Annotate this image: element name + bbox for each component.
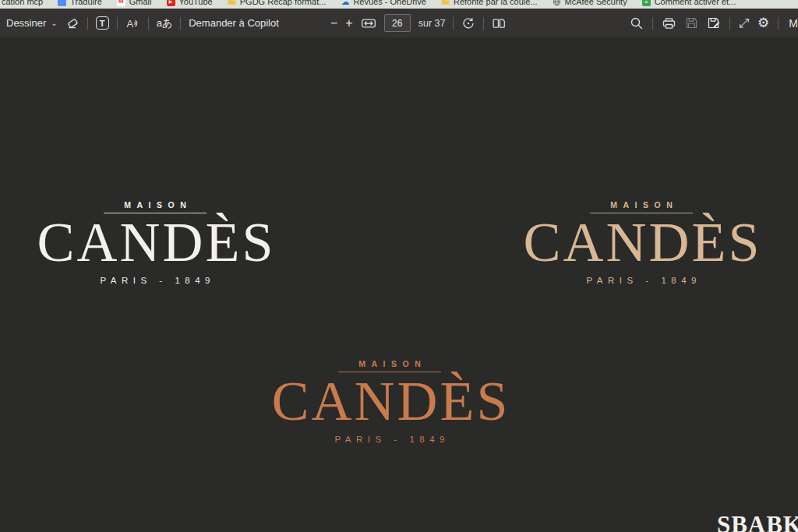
- onedrive-icon: ☁: [341, 0, 349, 6]
- green-doc-icon: ≡: [642, 0, 651, 6]
- save-as-button[interactable]: [707, 16, 721, 30]
- more-options-label: M: [789, 17, 798, 30]
- logo-bottom-word: PARIS - 1849: [500, 276, 782, 285]
- folder-icon: [228, 0, 236, 6]
- logo-variant-white: MAISON CANDÈS PARIS - 1849: [14, 200, 296, 285]
- logo-top-word: MAISON: [14, 200, 296, 210]
- ask-copilot-label: Demander à Copilot: [189, 17, 279, 29]
- toolbar-separator: [87, 17, 88, 30]
- svg-text:A: A: [126, 17, 133, 29]
- save-button[interactable]: [685, 16, 698, 30]
- bookmark-label: McAfee Security: [565, 0, 627, 6]
- logo-variant-tan: MAISON CANDÈS PARIS - 1849: [500, 200, 782, 285]
- search-icon: [630, 16, 644, 30]
- search-button[interactable]: [630, 16, 644, 30]
- toolbar-separator: [778, 17, 779, 30]
- logo-bottom-word: PARIS - 1849: [14, 276, 296, 285]
- rotate-button[interactable]: [461, 16, 475, 30]
- draw-menu-button[interactable]: Dessiner ⌄: [6, 17, 58, 29]
- bookmark-label: cation mcp: [2, 0, 43, 6]
- globe-icon: [553, 0, 561, 6]
- settings-button[interactable]: ⚙: [757, 16, 769, 30]
- ask-copilot-button[interactable]: Demander à Copilot: [189, 17, 279, 29]
- fit-to-width-button[interactable]: [361, 16, 376, 30]
- save-as-icon: [707, 16, 721, 30]
- gear-icon: ⚙: [757, 16, 769, 30]
- bookmark-label: Gmail: [129, 0, 152, 6]
- page-view-icon: [492, 16, 507, 30]
- print-button[interactable]: [662, 16, 676, 30]
- gmail-icon: M: [117, 0, 125, 6]
- toolbar-separator: [180, 17, 181, 30]
- fullscreen-icon: ⤢: [739, 17, 749, 30]
- pdf-page: MAISON CANDÈS PARIS - 1849 MAISON CANDÈS…: [0, 37, 798, 532]
- logo-top-word: MAISON: [500, 200, 782, 210]
- bookmark-label: PGDG Recap format...: [240, 0, 327, 6]
- logo-rule: [338, 372, 441, 372]
- chevron-down-icon: ⌄: [51, 19, 57, 27]
- eraser-icon: [65, 16, 79, 30]
- folder-icon: [441, 0, 450, 6]
- bookmark-item[interactable]: ≡ Comment activer et...: [642, 0, 736, 6]
- bookmark-item[interactable]: PGDG Recap format...: [228, 0, 327, 6]
- more-options-button[interactable]: M: [789, 17, 798, 30]
- toolbar-separator: [117, 17, 118, 30]
- add-text-button[interactable]: T: [96, 16, 109, 30]
- bookmark-label: Revues - OneDrive: [353, 0, 426, 6]
- translate-button[interactable]: aあ: [157, 16, 173, 30]
- logo-rule: [590, 213, 693, 213]
- logo-brand-name: CANDÈS: [500, 215, 782, 270]
- draw-menu-label: Dessiner: [6, 17, 46, 29]
- read-aloud-icon: A: [125, 16, 140, 30]
- page-number-input[interactable]: [384, 14, 411, 32]
- text-tool-icon: T: [96, 16, 109, 30]
- page-count-label: sur 37: [418, 18, 446, 29]
- translate-icon: aあ: [157, 16, 173, 30]
- eraser-button[interactable]: [65, 16, 79, 30]
- bookmark-item[interactable]: cation mcp: [2, 0, 43, 6]
- logo-rule: [104, 213, 207, 213]
- zoom-out-button[interactable]: −: [330, 16, 337, 30]
- fit-to-width-icon: [361, 16, 376, 30]
- logo-brand-name: CANDÈS: [14, 215, 296, 270]
- bookmark-item[interactable]: McAfee Security: [553, 0, 627, 6]
- save-icon: [685, 16, 698, 30]
- logo-top-word: MAISON: [248, 359, 531, 368]
- bookmark-item[interactable]: Refonte par la coule...: [441, 0, 538, 6]
- bookmark-label: Refonte par la coule...: [454, 0, 538, 6]
- watermark: SBABK: [717, 511, 798, 532]
- zoom-in-button[interactable]: +: [345, 16, 352, 30]
- page-view-button[interactable]: [492, 16, 507, 30]
- toolbar-separator: [148, 17, 149, 30]
- read-aloud-button[interactable]: A: [125, 16, 140, 30]
- bookmark-label: Comment activer et...: [655, 0, 736, 6]
- translate-icon: [58, 0, 66, 6]
- fullscreen-button[interactable]: ⤢: [739, 17, 749, 30]
- toolbar-separator: [453, 17, 454, 30]
- logo-brand-name: CANDÈS: [248, 374, 531, 429]
- bookmark-item[interactable]: Traduire: [58, 0, 102, 6]
- toolbar-separator: [652, 17, 653, 30]
- bookmarks-bar: cation mcp Traduire M Gmail ▶ YouTube PG…: [0, 0, 798, 9]
- print-icon: [662, 16, 676, 30]
- bookmark-item[interactable]: ▶ YouTube: [167, 0, 213, 6]
- logo-variant-copper: MAISON CANDÈS PARIS - 1849: [248, 359, 531, 444]
- toolbar-separator: [483, 17, 484, 30]
- bookmark-item[interactable]: ☁ Revues - OneDrive: [341, 0, 426, 6]
- bookmark-label: YouTube: [179, 0, 213, 6]
- youtube-icon: ▶: [167, 0, 175, 6]
- rotate-icon: [461, 16, 475, 30]
- bookmark-label: Traduire: [70, 0, 102, 6]
- pdf-toolbar: Dessiner ⌄ T A: [0, 9, 798, 37]
- bookmark-item[interactable]: M Gmail: [117, 0, 152, 6]
- toolbar-separator: [729, 17, 730, 30]
- logo-bottom-word: PARIS - 1849: [248, 435, 531, 444]
